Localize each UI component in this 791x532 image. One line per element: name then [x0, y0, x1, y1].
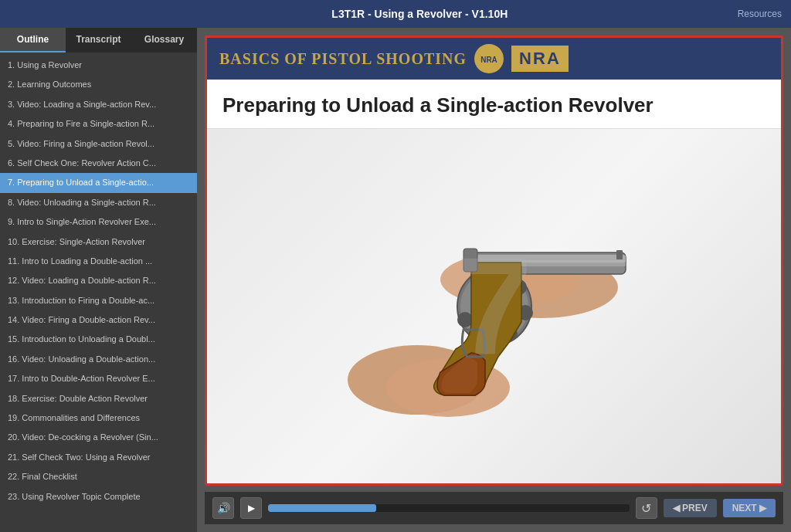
- sidebar-item-22[interactable]: 22. Final Checklist: [0, 467, 197, 486]
- slide-header-title: Basics of Pistol Shooting: [219, 50, 467, 68]
- nra-logo-area: Basics of Pistol Shooting NRA NRA: [219, 44, 569, 73]
- slide-header: Basics of Pistol Shooting NRA NRA: [207, 38, 781, 80]
- replay-icon: ↺: [641, 501, 651, 516]
- sidebar-tabs: Outline Transcript Glossary: [0, 28, 197, 53]
- svg-rect-17: [616, 250, 623, 259]
- sidebar-item-1[interactable]: 1. Using a Revolver: [0, 56, 197, 75]
- tab-transcript[interactable]: Transcript: [66, 28, 131, 53]
- progress-bar[interactable]: [268, 504, 630, 512]
- sidebar-item-18[interactable]: 18. Exercise: Double Action Revolver: [0, 389, 197, 408]
- sidebar-item-12[interactable]: 12. Video: Loading a Double-action R...: [0, 271, 197, 290]
- sidebar-item-7[interactable]: 7. Preparing to Unload a Single-actio...: [0, 173, 197, 192]
- sidebar-item-5[interactable]: 5. Video: Firing a Single-action Revol..…: [0, 134, 197, 154]
- replay-button[interactable]: ↺: [636, 497, 657, 519]
- sidebar-item-11[interactable]: 11. Intro to Loading a Double-action ...: [0, 252, 197, 271]
- sidebar-item-4[interactable]: 4. Preparing to Fire a Single-action R..…: [0, 114, 197, 134]
- nra-text-box: NRA: [511, 46, 569, 72]
- prev-button[interactable]: ◀ PREV: [664, 499, 717, 517]
- outline-list: 1. Using a Revolver2. Learning Outcomes3…: [0, 53, 197, 532]
- sidebar-item-14[interactable]: 14. Video: Firing a Double-action Rev...: [0, 310, 197, 330]
- play-icon: ▶: [248, 503, 255, 513]
- slide-watermark: 7: [455, 226, 532, 386]
- sidebar-item-8[interactable]: 8. Video: Unloading a Single-action R...: [0, 193, 197, 212]
- sidebar-item-19[interactable]: 19. Commonalities and Differences: [0, 408, 197, 428]
- sidebar-item-3[interactable]: 3. Video: Loading a Single-action Rev...: [0, 95, 197, 114]
- tab-glossary[interactable]: Glossary: [131, 28, 197, 53]
- next-button[interactable]: NEXT ▶: [723, 499, 776, 517]
- sidebar: Outline Transcript Glossary 1. Using a R…: [0, 28, 197, 532]
- svg-rect-18: [521, 260, 626, 266]
- course-title: L3T1R - Using a Revolver - V1.10H: [102, 8, 738, 20]
- sidebar-item-9[interactable]: 9. Intro to Single-Action Revolver Exe..…: [0, 212, 197, 232]
- sidebar-item-20[interactable]: 20. Video: De-cocking a Revolver (Sin...: [0, 428, 197, 447]
- main-area: Outline Transcript Glossary 1. Using a R…: [0, 28, 791, 532]
- sidebar-item-2[interactable]: 2. Learning Outcomes: [0, 75, 197, 94]
- revolver-image: 7: [207, 129, 781, 483]
- slide-content: Preparing to Unload a Single-action Revo…: [207, 80, 781, 483]
- slide-frame: Basics of Pistol Shooting NRA NRA Prepa: [205, 36, 783, 486]
- sidebar-item-13[interactable]: 13. Introduction to Firing a Double-ac..…: [0, 291, 197, 310]
- nra-emblem-icon: NRA: [474, 44, 504, 73]
- sidebar-item-10[interactable]: 10. Exercise: Single-Action Revolver: [0, 232, 197, 252]
- svg-text:NRA: NRA: [480, 56, 497, 64]
- sidebar-item-23[interactable]: 23. Using Revolver Topic Complete: [0, 487, 197, 507]
- sidebar-item-15[interactable]: 15. Introduction to Unloading a Doubl...: [0, 330, 197, 349]
- sidebar-item-17[interactable]: 17. Intro to Double-Action Revolver E...: [0, 369, 197, 388]
- nra-label: NRA: [519, 49, 561, 69]
- content-area: Basics of Pistol Shooting NRA NRA Prepa: [197, 28, 791, 532]
- volume-icon: 🔊: [217, 502, 230, 514]
- resources-button[interactable]: Resources: [738, 8, 782, 19]
- slide-image-area: 7: [207, 129, 781, 483]
- progress-bar-fill: [268, 504, 376, 512]
- sidebar-item-21[interactable]: 21. Self Check Two: Using a Revolver: [0, 448, 197, 467]
- sidebar-item-16[interactable]: 16. Video: Unloading a Double-action...: [0, 350, 197, 369]
- slide-main-title: Preparing to Unload a Single-action Revo…: [207, 80, 781, 129]
- tab-outline[interactable]: Outline: [0, 28, 66, 53]
- top-bar: L3T1R - Using a Revolver - V1.10H Resour…: [0, 0, 791, 28]
- sidebar-item-6[interactable]: 6. Self Check One: Revolver Action C...: [0, 154, 197, 173]
- bottom-controls: 🔊 ▶ ↺ ◀ PREV NEXT ▶: [205, 492, 783, 524]
- volume-button[interactable]: 🔊: [212, 497, 234, 519]
- play-button[interactable]: ▶: [240, 497, 262, 519]
